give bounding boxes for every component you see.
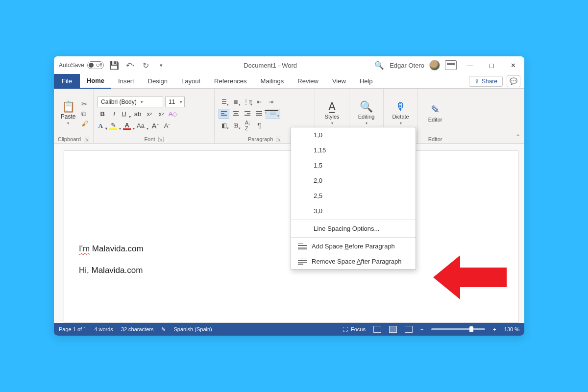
format-painter-icon[interactable]: 🖌: [81, 120, 88, 127]
close-button[interactable]: ✕: [505, 58, 521, 72]
share-button[interactable]: ⇪ Share: [469, 76, 503, 87]
title-bar: AutoSave Off 💾 ↶▾ ↻ ▾ Document1 - Word 🔍…: [54, 56, 524, 74]
status-chars[interactable]: 32 characters: [121, 326, 154, 332]
view-read[interactable]: [373, 326, 381, 333]
editing-button[interactable]: 🔍 Editing ▾: [355, 96, 378, 131]
remove-space-after[interactable]: Remove Space After Paragraph: [291, 254, 416, 269]
spacing-option[interactable]: 2,0: [291, 173, 416, 188]
bold-button[interactable]: B: [98, 109, 107, 119]
tab-references[interactable]: References: [207, 74, 253, 89]
paragraph-launcher-icon[interactable]: ↘: [276, 137, 281, 142]
sort-button[interactable]: A↓Z: [242, 121, 253, 130]
user-name: Edgar Otero: [390, 62, 424, 69]
avatar[interactable]: [429, 60, 440, 71]
line-spacing-options[interactable]: Line Spacing Options...: [291, 221, 416, 236]
align-center-button[interactable]: [230, 109, 241, 119]
decrease-indent-button[interactable]: ⇤: [254, 97, 265, 107]
text-effects-button[interactable]: A: [98, 121, 107, 131]
group-paragraph-label: Paragraph: [248, 136, 273, 142]
multilevel-button[interactable]: ⋮≡: [242, 97, 253, 107]
tab-home[interactable]: Home: [80, 74, 111, 89]
status-page[interactable]: Page 1 of 1: [59, 326, 86, 332]
subscript-button[interactable]: x2: [145, 109, 154, 119]
align-right-button[interactable]: [242, 109, 253, 119]
word-window: AutoSave Off 💾 ↶▾ ↻ ▾ Document1 - Word 🔍…: [54, 56, 524, 336]
zoom-in[interactable]: +: [493, 326, 496, 332]
collapse-ribbon-icon[interactable]: ⌃: [515, 133, 520, 140]
increase-indent-button[interactable]: ⇥: [266, 97, 276, 107]
view-print[interactable]: [389, 326, 397, 333]
clipboard-launcher-icon[interactable]: ↘: [84, 137, 89, 142]
zoom-value[interactable]: 130 %: [504, 326, 519, 332]
status-language[interactable]: Spanish (Spain): [173, 326, 212, 332]
customize-qat-icon[interactable]: ▾: [156, 60, 167, 71]
tab-help[interactable]: Help: [353, 74, 380, 89]
editor-button[interactable]: ✎ Editor: [425, 96, 445, 131]
tab-review[interactable]: Review: [291, 74, 325, 89]
change-case-button[interactable]: Aa: [137, 121, 148, 131]
spacing-option[interactable]: 1,0: [291, 127, 416, 143]
ribbon-display-button[interactable]: [445, 60, 457, 70]
comments-button[interactable]: 💬: [507, 75, 520, 87]
maximize-button[interactable]: ◻: [483, 58, 500, 72]
undo-icon[interactable]: ↶▾: [124, 60, 135, 71]
group-clipboard-label: Clipboard: [58, 136, 81, 142]
bullets-button[interactable]: ☰: [219, 97, 229, 107]
tab-design[interactable]: Design: [141, 74, 174, 89]
spacing-option[interactable]: 3,0: [291, 203, 416, 219]
highlight-button[interactable]: ✎: [109, 121, 121, 131]
line-spacing-button[interactable]: ↕: [266, 109, 280, 119]
numbering-button[interactable]: ≣: [230, 97, 241, 107]
zoom-thumb[interactable]: [469, 326, 473, 332]
font-launcher-icon[interactable]: ↘: [158, 137, 164, 142]
status-proofing-icon[interactable]: ✎: [161, 326, 166, 333]
font-size-combo[interactable]: 11▾: [165, 97, 185, 107]
underline-button[interactable]: U: [121, 109, 131, 119]
tab-view[interactable]: View: [325, 74, 353, 89]
paste-button[interactable]: 📋 Paste ▾: [59, 101, 78, 125]
search-icon[interactable]: 🔍: [374, 60, 385, 71]
strike-button[interactable]: ab: [133, 109, 143, 119]
save-icon[interactable]: 💾: [109, 60, 120, 71]
tab-layout[interactable]: Layout: [174, 74, 207, 89]
para-space-below-icon: [298, 259, 307, 265]
tab-insert[interactable]: Insert: [111, 74, 141, 89]
editing-label: Editing: [358, 114, 375, 120]
zoom-slider[interactable]: [431, 328, 485, 330]
font-name-combo[interactable]: Calibri (Body)▾: [98, 97, 163, 107]
font-color-button[interactable]: A: [123, 121, 135, 131]
spelling-error[interactable]: I'm: [79, 244, 90, 253]
show-marks-button[interactable]: ¶: [254, 121, 265, 130]
italic-button[interactable]: I: [109, 109, 119, 119]
superscript-button[interactable]: x2: [156, 109, 166, 119]
copy-icon[interactable]: ⧉: [81, 110, 88, 117]
add-space-before[interactable]: Add Space Before Paragraph: [291, 239, 416, 254]
tab-mailings[interactable]: Mailings: [254, 74, 291, 89]
spacing-option[interactable]: 1,5: [291, 158, 416, 173]
redo-icon[interactable]: ↻: [140, 60, 151, 71]
align-left-button[interactable]: [219, 109, 229, 119]
borders-button[interactable]: ⊞: [230, 121, 241, 130]
shading-button[interactable]: ◧: [219, 121, 229, 130]
group-editor-label: Editor: [428, 136, 442, 142]
zoom-out[interactable]: −: [420, 326, 423, 332]
status-words[interactable]: 4 words: [94, 326, 113, 332]
cut-icon[interactable]: ✂: [81, 100, 88, 107]
minimize-button[interactable]: —: [462, 58, 478, 72]
clear-format-button[interactable]: A◇: [168, 109, 178, 119]
view-web[interactable]: [405, 326, 413, 333]
line-spacing-menu: 1,0 1,15 1,5 2,0 2,5 3,0 Line Spacing Op…: [291, 127, 416, 270]
autosave-label: AutoSave: [59, 62, 84, 69]
spacing-option[interactable]: 1,15: [291, 143, 416, 158]
focus-mode[interactable]: ⛶Focus: [343, 326, 366, 332]
justify-button[interactable]: [254, 109, 265, 119]
shrink-font-button[interactable]: A˅: [162, 121, 172, 131]
styles-button[interactable]: A̲ Styles ▾: [322, 96, 343, 131]
tab-file[interactable]: File: [54, 74, 80, 89]
document-area: I'm Malavida.com Hi, Malavida.com: [54, 144, 524, 323]
share-icon: ⇪: [474, 78, 479, 85]
grow-font-button[interactable]: A˄: [150, 121, 160, 131]
dictate-button[interactable]: 🎙 Dictate ▾: [389, 96, 412, 131]
autosave-toggle[interactable]: AutoSave Off: [57, 61, 104, 69]
spacing-option[interactable]: 2,5: [291, 188, 416, 203]
